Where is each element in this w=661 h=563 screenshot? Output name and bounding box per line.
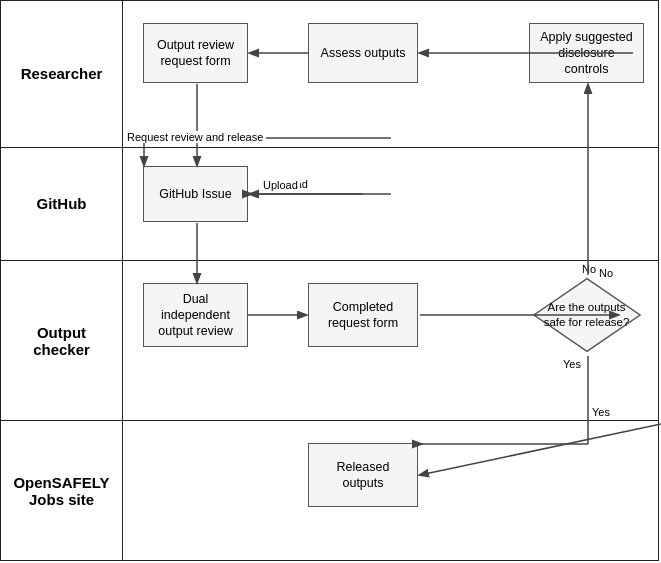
output-checker-content: Dual independent output review Completed…: [123, 261, 658, 420]
completed-request-box: Completed request form: [308, 283, 418, 347]
opensafely-row: OpenSAFELY Jobs site Released outputs: [1, 421, 658, 560]
github-issue-box: GitHub Issue: [143, 166, 248, 222]
output-checker-row: Output checker Dual independent output r…: [1, 261, 658, 421]
apply-suggested-box: Apply suggested disclosure controls: [529, 23, 644, 83]
dual-independent-box: Dual independent output review: [143, 283, 248, 347]
assess-outputs-box: Assess outputs: [308, 23, 418, 83]
output-checker-label: Output checker: [1, 261, 123, 420]
opensafely-content: Released outputs: [123, 421, 658, 560]
no-label: No: [580, 263, 598, 275]
svg-line-6: [420, 421, 661, 475]
safe-diamond: Are the outputs safe for release?: [532, 275, 642, 355]
upload-label: Upload: [271, 178, 310, 190]
researcher-label: Researcher: [1, 1, 123, 147]
github-label: GitHub: [1, 148, 123, 261]
github-content: GitHub Issue Upload: [123, 148, 658, 261]
researcher-row: Researcher Output review request form As…: [1, 1, 658, 148]
released-outputs-box: Released outputs: [308, 443, 418, 507]
researcher-content: Output review request form Assess output…: [123, 1, 658, 147]
diagram: Researcher Output review request form As…: [0, 0, 659, 561]
yes-label: Yes: [590, 406, 612, 418]
diamond-label: Are the outputs safe for release?: [532, 298, 642, 332]
opensafely-label: OpenSAFELY Jobs site: [1, 421, 123, 560]
github-row: GitHub GitHub Issue Upload: [1, 148, 658, 262]
output-review-form-box: Output review request form: [143, 23, 248, 83]
diamond-wrap: Are the outputs safe for release?: [529, 275, 644, 355]
